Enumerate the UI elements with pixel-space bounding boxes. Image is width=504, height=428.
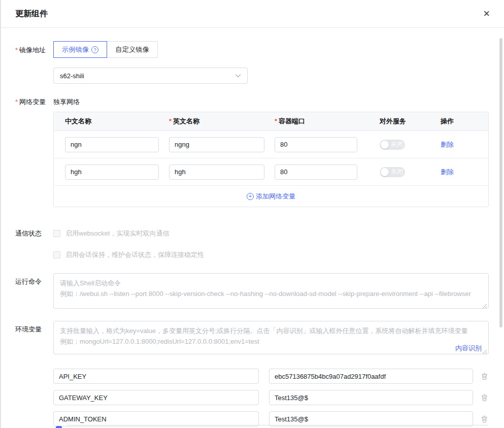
websocket-checkbox-label: 启用websocket，实现实时双向通信 bbox=[65, 229, 169, 238]
env-value-input[interactable] bbox=[269, 411, 473, 426]
port-input[interactable] bbox=[275, 164, 357, 180]
bottom-divider bbox=[67, 425, 488, 425]
env-vars-row: 环境变量 内容识别 bbox=[15, 321, 504, 426]
network-table-row: 关闭 删除 bbox=[54, 158, 488, 186]
add-network-variable-button[interactable]: + 添加网络变量 bbox=[247, 192, 295, 201]
help-icon[interactable]: ? bbox=[91, 46, 98, 53]
env-key-input[interactable] bbox=[53, 411, 259, 426]
en-name-input[interactable] bbox=[169, 164, 264, 180]
network-table-footer: + 添加网络变量 bbox=[54, 186, 488, 207]
image-select[interactable]: s62-shili bbox=[53, 68, 248, 84]
network-table: 中文名称 *英文名称 *容器端口 对外服务 操作 关闭 bbox=[53, 112, 489, 207]
env-vars-textarea[interactable] bbox=[53, 321, 489, 354]
websocket-checkbox[interactable] bbox=[53, 230, 60, 237]
trash-icon bbox=[481, 373, 488, 380]
col-header-port: *容器端口 bbox=[275, 117, 380, 126]
network-table-row: 关闭 删除 bbox=[54, 131, 488, 158]
env-pair-row bbox=[53, 390, 489, 405]
run-command-textarea[interactable] bbox=[53, 273, 489, 309]
content-recognize-link[interactable]: 内容识别 bbox=[453, 344, 482, 353]
env-value-input[interactable] bbox=[269, 369, 473, 384]
toggle-label: 关闭 bbox=[391, 140, 403, 149]
cn-name-input[interactable] bbox=[65, 164, 159, 180]
env-vars-label: 环境变量 bbox=[15, 321, 53, 334]
image-select-value: s62-shili bbox=[60, 72, 84, 80]
col-header-cn-name: 中文名称 bbox=[54, 117, 169, 126]
session-keep-checkbox-row: 启用会话保持，维护会话状态，保障连接稳定性 bbox=[53, 250, 489, 259]
external-service-toggle[interactable]: 关闭 bbox=[380, 140, 405, 150]
run-command-row: 运行命令 bbox=[15, 273, 504, 310]
toggle-knob bbox=[381, 168, 389, 176]
delete-row-link[interactable]: 删除 bbox=[441, 141, 454, 148]
required-asterisk: * bbox=[169, 117, 172, 125]
run-command-label: 运行命令 bbox=[15, 273, 53, 286]
network-table-header: 中文名称 *英文名称 *容器端口 对外服务 操作 bbox=[54, 112, 488, 131]
external-service-toggle[interactable]: 关闭 bbox=[380, 167, 405, 177]
add-network-variable-label: 添加网络变量 bbox=[256, 192, 295, 201]
toggle-knob bbox=[381, 141, 389, 149]
en-name-input[interactable] bbox=[169, 137, 264, 152]
required-asterisk: * bbox=[15, 98, 18, 106]
dialog-header: 更新组件 × bbox=[1, 0, 504, 28]
session-keep-checkbox-label: 启用会话保持，维护会话状态，保障连接稳定性 bbox=[65, 250, 204, 259]
required-asterisk: * bbox=[275, 117, 277, 125]
dialog-title: 更新组件 bbox=[15, 9, 48, 19]
image-address-label: *镜像地址 bbox=[15, 41, 53, 55]
network-mode-text: 独享网络 bbox=[53, 97, 489, 107]
delete-env-pair-button[interactable] bbox=[481, 373, 488, 380]
network-variables-row: *网络变量 独享网络 中文名称 *英文名称 *容器端口 对外服务 操作 bbox=[15, 97, 504, 207]
image-type-tabs: 示例镜像 ? 自定义镜像 bbox=[53, 41, 489, 58]
delete-env-pair-button[interactable] bbox=[481, 415, 488, 423]
tab-sample-image-label: 示例镜像 bbox=[62, 45, 89, 54]
chevron-down-icon bbox=[235, 74, 241, 78]
col-header-external-service: 对外服务 bbox=[380, 117, 441, 126]
close-icon[interactable]: × bbox=[483, 8, 490, 19]
image-address-row: *镜像地址 示例镜像 ? 自定义镜像 s62-shili bbox=[15, 41, 504, 84]
tab-sample-image[interactable]: 示例镜像 ? bbox=[53, 41, 107, 58]
env-pair-row bbox=[53, 411, 489, 426]
env-key-input[interactable] bbox=[53, 390, 259, 405]
communication-status-row: 通信状态 启用websocket，实现实时双向通信 启用会话保持，维护会话状态，… bbox=[15, 229, 504, 259]
env-key-input[interactable] bbox=[53, 369, 259, 384]
env-pair-row bbox=[53, 369, 489, 384]
delete-env-pair-button[interactable] bbox=[481, 394, 488, 402]
col-header-en-name: *英文名称 bbox=[169, 117, 275, 126]
port-input[interactable] bbox=[275, 137, 357, 152]
col-header-action: 操作 bbox=[441, 117, 489, 126]
session-keep-checkbox[interactable] bbox=[53, 251, 60, 258]
websocket-checkbox-row: 启用websocket，实现实时双向通信 bbox=[53, 229, 489, 238]
trash-icon bbox=[481, 415, 488, 423]
plus-circle-icon: + bbox=[247, 193, 254, 200]
trash-icon bbox=[481, 394, 488, 402]
vertical-scrollbar[interactable] bbox=[499, 38, 502, 327]
env-value-input[interactable] bbox=[269, 390, 473, 405]
communication-status-label: 通信状态 bbox=[15, 229, 53, 238]
tab-custom-image[interactable]: 自定义镜像 bbox=[107, 41, 158, 58]
required-asterisk: * bbox=[15, 46, 18, 54]
toggle-label: 关闭 bbox=[391, 168, 403, 176]
add-env-variable-button-cutoff[interactable] bbox=[56, 426, 62, 428]
delete-row-link[interactable]: 删除 bbox=[441, 168, 454, 176]
network-variables-label: *网络变量 bbox=[15, 97, 53, 107]
tab-custom-image-label: 自定义镜像 bbox=[115, 45, 149, 54]
cn-name-input[interactable] bbox=[65, 137, 159, 152]
